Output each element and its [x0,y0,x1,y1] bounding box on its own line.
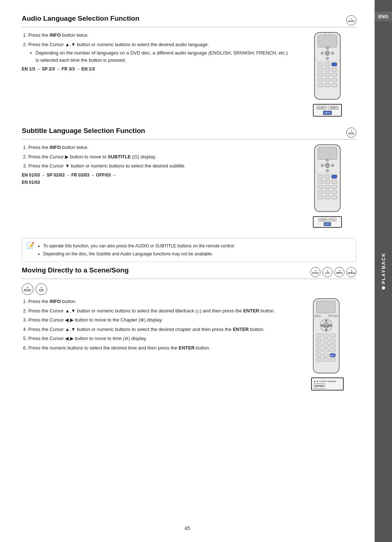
page: Audio Language Selection Function ⊕ DVD … [0,0,392,542]
section2-text: Press the INFO button twice. Press the C… [22,144,291,187]
svg-text:MENU: MENU [314,315,321,317]
section2-steps: Press the INFO button twice. Press the C… [22,144,291,170]
svg-rect-19 [318,84,323,87]
step3-5: Press the Cursor ◀,▶ button to move to t… [28,335,291,342]
step2-1: Press the INFO button twice. [28,144,291,151]
svg-point-5 [326,47,328,49]
svg-rect-10 [318,68,323,72]
svg-rect-68 [330,349,335,352]
cd-badge-3: ⊕ CD [322,267,332,277]
dvd-badge-3: ⊕ DVD [310,267,320,277]
svg-rect-61 [323,339,328,342]
svg-point-6 [326,57,328,60]
svg-rect-46 [332,196,337,199]
svg-text:INFO: INFO [330,355,335,357]
note-bullets: To operate this function, you can also p… [37,243,352,257]
note-content: To operate this function, you can also p… [37,241,352,259]
svg-rect-41 [318,190,323,194]
enter-bold-1: ENTER [243,308,259,314]
cd-sub-badge: ⊕ CD [36,283,47,295]
svg-rect-35 [318,180,323,184]
svg-rect-16 [318,78,323,82]
section1-formula: EN 1/3 → SP 2/3 → FR 3/3 → EN 1/3 [22,66,291,72]
svg-rect-38 [318,185,323,189]
svg-rect-37 [332,180,337,184]
note-icon: 📝 [26,240,34,259]
section3-remote: ENTER [298,298,356,391]
svg-rect-75 [330,358,335,361]
section2-formula2: EN 01/03 [22,180,291,185]
svg-rect-7 [318,63,323,66]
section-moving: Moving Directly to a Scene/Song ⊕ DVD ⊕ … [22,266,356,391]
svg-point-31 [326,169,328,172]
svg-rect-73 [317,358,322,361]
section2-remote: AUDIO TITLE INFO [298,144,356,228]
mp3-badge-3: ⊕ MP3 [334,267,344,277]
svg-point-2 [325,51,330,55]
svg-rect-42 [325,190,330,194]
svg-rect-58 [323,334,328,337]
section2-title: Subtitle Language Selection Function [22,127,145,135]
step2-3: Press the Cursor ▼ button or numeric but… [28,162,291,170]
section3-steps: Press the INFO button. Press the Cursor … [22,298,291,351]
main-content: Audio Language Selection Function ⊕ DVD … [0,0,375,542]
svg-rect-34 [332,175,337,179]
section3-title: Moving Directly to a Scene/Song [22,266,129,274]
svg-rect-44 [318,196,323,199]
svg-rect-12 [332,68,337,72]
svg-rect-65 [330,344,335,347]
svg-rect-70 [323,353,328,357]
svg-rect-49 [317,301,336,313]
step3-3: Press the Cursor ◀,▶ button to move to t… [28,316,291,324]
section1-text: Press the INFO button twice. Press the C… [22,32,291,74]
svg-point-29 [331,164,334,167]
svg-text:ENTER: ENTER [322,324,331,328]
step1-2-bullets: Depending on the number of languages on … [28,49,291,64]
svg-point-30 [326,159,328,162]
section-subtitle-language: Subtitle Language Selection Function ⊕ D… [22,127,356,228]
sidebar-text: PLAYBACK [381,252,386,284]
svg-rect-40 [332,185,337,189]
section2-header: Subtitle Language Selection Function ⊕ D… [22,127,356,139]
subtitle-bold: SUBTITLE [108,154,131,159]
step3-6: Press the numeric buttons to select the … [28,344,291,352]
section2-body: Press the INFO button twice. Press the C… [22,144,356,228]
dvd-sub-badge: ⊕ DVD [22,283,33,295]
svg-rect-62 [330,339,335,342]
section2-badges: ⊕ DVD [346,128,356,138]
section1-header: Audio Language Selection Function ⊕ DVD [22,15,356,27]
svg-rect-14 [325,73,330,77]
svg-rect-8 [325,63,330,66]
eng-label: ENG [375,12,392,21]
info-bold-1: INFO [50,32,61,38]
jpeg-badge-3: ⊕ JPEG [346,267,356,277]
section-audio-language: Audio Language Selection Function ⊕ DVD … [22,15,356,117]
enter-bold-3: ENTER [179,345,195,351]
svg-rect-59 [330,334,335,337]
svg-rect-32 [318,175,323,179]
svg-rect-13 [318,73,323,77]
dvd-badge-2: ⊕ DVD [346,128,356,138]
svg-rect-17 [325,78,330,82]
svg-rect-9 [332,63,337,66]
svg-rect-18 [332,78,337,82]
sidebar-right: ENG PLAYBACK [375,0,392,542]
remote-svg-2 [309,144,346,213]
svg-point-3 [321,52,323,54]
svg-point-27 [325,163,330,167]
section1-steps: Press the INFO button twice. Press the C… [22,32,291,64]
info-bold-2: INFO [50,145,61,150]
audio-highlight-box: AUDIO VIDEO INFO [313,104,342,117]
section3-header: Moving Directly to a Scene/Song ⊕ DVD ⊕ … [22,266,356,279]
svg-rect-26 [318,147,337,159]
step2-2: Press the Cursor ▶ button to move to SUB… [28,153,291,161]
svg-rect-67 [323,349,328,352]
section1-title: Audio Language Selection Function [22,15,139,23]
svg-rect-21 [332,84,337,87]
step1-1: Press the INFO button twice. [28,32,291,39]
section1-body: Press the INFO button twice. Press the C… [22,32,356,117]
section3-text: Press the INFO button. Press the Cursor … [22,298,291,354]
playback-label: PLAYBACK [381,252,386,290]
svg-text:RETURN: RETURN [328,315,338,317]
step3-1: Press the INFO button. [28,298,291,305]
